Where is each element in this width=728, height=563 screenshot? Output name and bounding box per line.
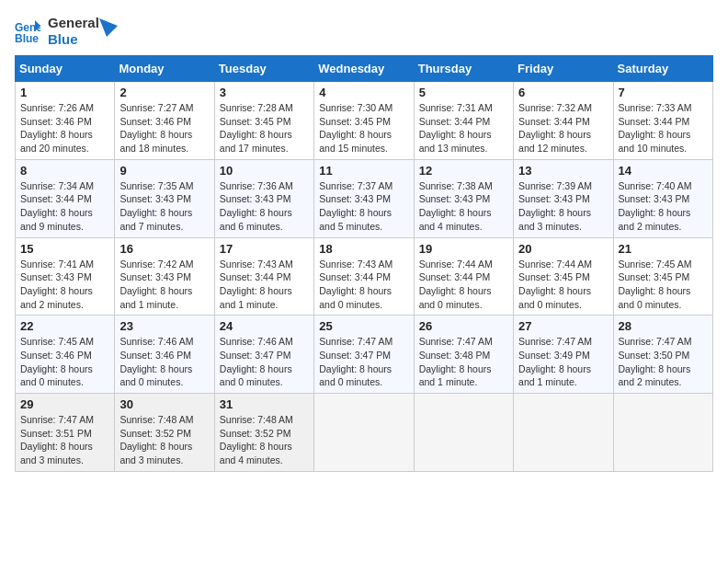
day-number: 25 xyxy=(319,319,408,333)
day-number: 10 xyxy=(220,164,309,178)
calendar-cell: 31Sunrise: 7:48 AMSunset: 3:52 PMDayligh… xyxy=(214,394,313,472)
day-number: 3 xyxy=(220,86,309,99)
calendar-cell: 30Sunrise: 7:48 AMSunset: 3:52 PMDayligh… xyxy=(115,394,214,472)
cell-info: Sunrise: 7:39 AMSunset: 3:43 PMDaylight:… xyxy=(518,179,608,234)
day-number: 16 xyxy=(119,242,209,256)
day-number: 31 xyxy=(220,397,309,411)
calendar-cell: 15Sunrise: 7:41 AMSunset: 3:43 PMDayligh… xyxy=(16,237,115,316)
day-number: 8 xyxy=(20,164,109,178)
calendar-cell: 18Sunrise: 7:43 AMSunset: 3:44 PMDayligh… xyxy=(314,237,414,316)
col-header-thursday: Thursday xyxy=(414,56,513,82)
day-number: 23 xyxy=(119,319,209,333)
day-number: 29 xyxy=(20,397,109,411)
calendar-cell: 20Sunrise: 7:44 AMSunset: 3:45 PMDayligh… xyxy=(514,237,613,316)
calendar-cell: 6Sunrise: 7:32 AMSunset: 3:44 PMDaylight… xyxy=(514,82,613,160)
day-number: 4 xyxy=(319,86,408,99)
day-number: 21 xyxy=(619,242,708,256)
cell-info: Sunrise: 7:40 AMSunset: 3:43 PMDaylight:… xyxy=(619,179,708,234)
calendar-cell xyxy=(314,394,414,472)
cell-info: Sunrise: 7:42 AMSunset: 3:43 PMDaylight:… xyxy=(119,258,209,312)
day-number: 13 xyxy=(518,164,608,178)
calendar-cell: 14Sunrise: 7:40 AMSunset: 3:43 PMDayligh… xyxy=(613,159,712,237)
day-number: 11 xyxy=(319,164,408,178)
calendar-cell: 22Sunrise: 7:45 AMSunset: 3:46 PMDayligh… xyxy=(16,316,115,394)
day-number: 28 xyxy=(619,319,708,333)
day-number: 18 xyxy=(319,242,408,256)
cell-info: Sunrise: 7:34 AMSunset: 3:44 PMDaylight:… xyxy=(20,179,109,234)
calendar-cell: 25Sunrise: 7:47 AMSunset: 3:47 PMDayligh… xyxy=(314,316,414,394)
cell-info: Sunrise: 7:45 AMSunset: 3:45 PMDaylight:… xyxy=(619,258,708,312)
cell-info: Sunrise: 7:26 AMSunset: 3:46 PMDaylight:… xyxy=(20,101,109,155)
svg-text:Blue: Blue xyxy=(15,32,39,44)
cell-info: Sunrise: 7:31 AMSunset: 3:44 PMDaylight:… xyxy=(419,101,508,155)
day-number: 24 xyxy=(220,319,309,333)
calendar-table: SundayMondayTuesdayWednesdayThursdayFrid… xyxy=(15,55,713,472)
col-header-monday: Monday xyxy=(115,56,214,82)
day-number: 6 xyxy=(518,86,608,99)
cell-info: Sunrise: 7:48 AMSunset: 3:52 PMDaylight:… xyxy=(220,413,309,467)
col-header-friday: Friday xyxy=(514,56,613,82)
calendar-cell xyxy=(414,394,513,472)
day-number: 1 xyxy=(20,86,109,99)
calendar-cell: 3Sunrise: 7:28 AMSunset: 3:45 PMDaylight… xyxy=(214,82,313,160)
cell-info: Sunrise: 7:32 AMSunset: 3:44 PMDaylight:… xyxy=(518,101,608,155)
calendar-cell: 13Sunrise: 7:39 AMSunset: 3:43 PMDayligh… xyxy=(514,159,613,237)
col-header-wednesday: Wednesday xyxy=(314,56,414,82)
calendar-cell: 17Sunrise: 7:43 AMSunset: 3:44 PMDayligh… xyxy=(214,237,313,316)
calendar-cell: 1Sunrise: 7:26 AMSunset: 3:46 PMDaylight… xyxy=(16,82,115,160)
cell-info: Sunrise: 7:47 AMSunset: 3:48 PMDaylight:… xyxy=(419,335,508,389)
calendar-cell xyxy=(514,394,613,472)
day-number: 27 xyxy=(518,319,608,333)
calendar-cell: 5Sunrise: 7:31 AMSunset: 3:44 PMDaylight… xyxy=(414,82,513,160)
col-header-saturday: Saturday xyxy=(613,56,712,82)
calendar-cell: 8Sunrise: 7:34 AMSunset: 3:44 PMDaylight… xyxy=(16,159,115,237)
cell-info: Sunrise: 7:47 AMSunset: 3:49 PMDaylight:… xyxy=(518,335,608,389)
col-header-sunday: Sunday xyxy=(16,56,115,82)
cell-info: Sunrise: 7:35 AMSunset: 3:43 PMDaylight:… xyxy=(119,179,209,234)
day-number: 30 xyxy=(119,397,209,411)
cell-info: Sunrise: 7:47 AMSunset: 3:51 PMDaylight:… xyxy=(20,413,109,467)
cell-info: Sunrise: 7:41 AMSunset: 3:43 PMDaylight:… xyxy=(20,258,109,312)
day-number: 22 xyxy=(20,319,109,333)
day-number: 2 xyxy=(119,86,209,99)
cell-info: Sunrise: 7:37 AMSunset: 3:43 PMDaylight:… xyxy=(319,179,408,234)
col-header-tuesday: Tuesday xyxy=(214,56,313,82)
day-number: 9 xyxy=(119,164,209,178)
cell-info: Sunrise: 7:33 AMSunset: 3:44 PMDaylight:… xyxy=(619,101,708,155)
calendar-cell: 21Sunrise: 7:45 AMSunset: 3:45 PMDayligh… xyxy=(613,237,712,316)
logo-arrow-icon xyxy=(99,18,118,37)
logo-blue: Blue xyxy=(48,31,99,48)
cell-info: Sunrise: 7:36 AMSunset: 3:43 PMDaylight:… xyxy=(220,179,309,234)
cell-info: Sunrise: 7:46 AMSunset: 3:46 PMDaylight:… xyxy=(119,335,209,389)
logo-icon: General Blue xyxy=(15,18,40,44)
cell-info: Sunrise: 7:48 AMSunset: 3:52 PMDaylight:… xyxy=(119,413,209,467)
calendar-cell xyxy=(613,394,712,472)
cell-info: Sunrise: 7:47 AMSunset: 3:47 PMDaylight:… xyxy=(319,335,408,389)
calendar-cell: 2Sunrise: 7:27 AMSunset: 3:46 PMDaylight… xyxy=(115,82,214,160)
cell-info: Sunrise: 7:44 AMSunset: 3:45 PMDaylight:… xyxy=(518,258,608,312)
cell-info: Sunrise: 7:28 AMSunset: 3:45 PMDaylight:… xyxy=(220,101,309,155)
calendar-cell: 11Sunrise: 7:37 AMSunset: 3:43 PMDayligh… xyxy=(314,159,414,237)
cell-info: Sunrise: 7:43 AMSunset: 3:44 PMDaylight:… xyxy=(319,258,408,312)
day-number: 12 xyxy=(419,164,508,178)
calendar-cell: 24Sunrise: 7:46 AMSunset: 3:47 PMDayligh… xyxy=(214,316,313,394)
calendar-cell: 28Sunrise: 7:47 AMSunset: 3:50 PMDayligh… xyxy=(613,316,712,394)
page-header: General Blue General Blue xyxy=(15,15,713,48)
cell-info: Sunrise: 7:46 AMSunset: 3:47 PMDaylight:… xyxy=(220,335,309,389)
logo: General Blue General Blue xyxy=(15,15,118,48)
day-number: 20 xyxy=(518,242,608,256)
day-number: 5 xyxy=(419,86,508,99)
calendar-cell: 12Sunrise: 7:38 AMSunset: 3:43 PMDayligh… xyxy=(414,159,513,237)
logo-general: General xyxy=(48,15,99,31)
calendar-cell: 10Sunrise: 7:36 AMSunset: 3:43 PMDayligh… xyxy=(214,159,313,237)
calendar-cell: 9Sunrise: 7:35 AMSunset: 3:43 PMDaylight… xyxy=(115,159,214,237)
cell-info: Sunrise: 7:47 AMSunset: 3:50 PMDaylight:… xyxy=(619,335,708,389)
day-number: 15 xyxy=(20,242,109,256)
cell-info: Sunrise: 7:44 AMSunset: 3:44 PMDaylight:… xyxy=(419,258,508,312)
calendar-cell: 26Sunrise: 7:47 AMSunset: 3:48 PMDayligh… xyxy=(414,316,513,394)
day-number: 17 xyxy=(220,242,309,256)
day-number: 14 xyxy=(619,164,708,178)
cell-info: Sunrise: 7:45 AMSunset: 3:46 PMDaylight:… xyxy=(20,335,109,389)
calendar-cell: 4Sunrise: 7:30 AMSunset: 3:45 PMDaylight… xyxy=(314,82,414,160)
cell-info: Sunrise: 7:38 AMSunset: 3:43 PMDaylight:… xyxy=(419,179,508,234)
